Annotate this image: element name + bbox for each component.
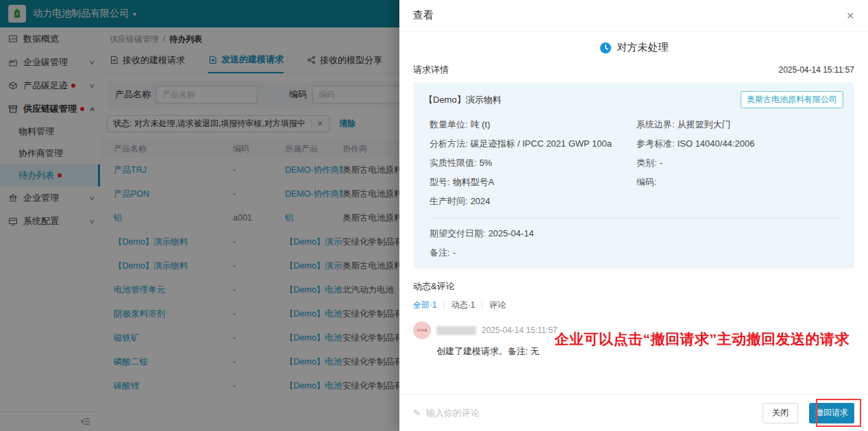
drawer-title: 查看 (413, 9, 434, 22)
comment-input[interactable] (425, 407, 762, 419)
request-detail-row: 请求详情 2025-04-14 15:11:57 (413, 64, 854, 76)
clock-icon (599, 42, 612, 54)
modal-overlay-mask[interactable] (0, 0, 399, 431)
divider (430, 218, 843, 219)
fields-right-column: 系统边界:从摇篮到大门 参考标准:ISO 14040/44:2006 类别:- … (636, 119, 843, 208)
comments-section-title: 动态&评论 (413, 280, 854, 293)
comments-tab-comments[interactable]: 评论 (489, 299, 506, 311)
drawer-body: 对方未处理 请求详情 2025-04-14 15:11:57 【Demo】演示物… (399, 32, 868, 394)
comment-timestamp: 2025-04-14 15:11:57 (482, 325, 558, 335)
request-detail-card: 【Demo】演示物料 奥斯古电池原料有限公司 数量单位:吨 (t) 分析方法:碳… (413, 82, 854, 269)
withdraw-request-button[interactable]: 撤回请求 (809, 403, 854, 423)
comments-tabs: 全部·1 动态·1 评论 (413, 299, 854, 311)
comments-tab-activity[interactable]: 动态·1 (451, 299, 475, 311)
material-name: 【Demo】演示物料 (424, 94, 501, 106)
comments-tab-all[interactable]: 全部·1 (413, 299, 437, 311)
view-drawer: 查看 ✕ 对方未处理 请求详情 2025-04-14 15:11:57 【Dem… (399, 0, 868, 431)
field-category: 类别:- (636, 157, 843, 169)
divider (482, 301, 482, 309)
field-analysis-method: 分析方法:碳足迹指标 / IPCC 2021 GWP 100a (430, 138, 636, 150)
field-production-time: 生产时间:2024 (430, 195, 636, 208)
fields-left-column: 数量单位:吨 (t) 分析方法:碳足迹指标 / IPCC 2021 GWP 10… (430, 119, 636, 208)
field-model-number: 型号:物料型号A (430, 176, 636, 188)
request-status: 对方未处理 (413, 41, 854, 54)
field-code: 编码: (636, 176, 843, 188)
request-detail-title: 请求详情 (413, 64, 449, 76)
close-icon[interactable]: ✕ (846, 10, 854, 21)
close-button[interactable]: 关闭 (762, 403, 798, 423)
field-materiality-threshold: 实质性限值:5% (430, 157, 636, 169)
field-remark: 备注:- (424, 247, 843, 259)
drawer-header: 查看 ✕ (399, 0, 868, 32)
partner-company-tag[interactable]: 奥斯古电池原料有限公司 (741, 91, 843, 108)
field-reference-standard: 参考标准:ISO 14040/44:2006 (636, 138, 843, 150)
comment-input-wrapper: ✎ (413, 407, 762, 419)
avatar: ATAB (413, 321, 431, 339)
field-quantity-unit: 数量单位:吨 (t) (430, 119, 636, 131)
comment-author-redacted (436, 326, 476, 335)
drawer-footer: ✎ 关闭 撤回请求 (399, 394, 868, 431)
tutorial-annotation: 企业可以点击“撤回请求”主动撤回发送的请求 (555, 330, 850, 349)
status-text: 对方未处理 (617, 41, 669, 54)
field-system-boundary: 系统边界:从摇篮到大门 (636, 119, 843, 131)
field-expected-delivery-date: 期望交付日期:2025-04-14 (424, 227, 843, 240)
app-window: 动力电池制品有限公司 ▾ 数据概览 企业碳管理 ∨ 产品 (0, 0, 868, 431)
pencil-icon: ✎ (413, 408, 421, 418)
divider (444, 301, 445, 309)
request-timestamp: 2025-04-14 15:11:57 (778, 65, 854, 75)
